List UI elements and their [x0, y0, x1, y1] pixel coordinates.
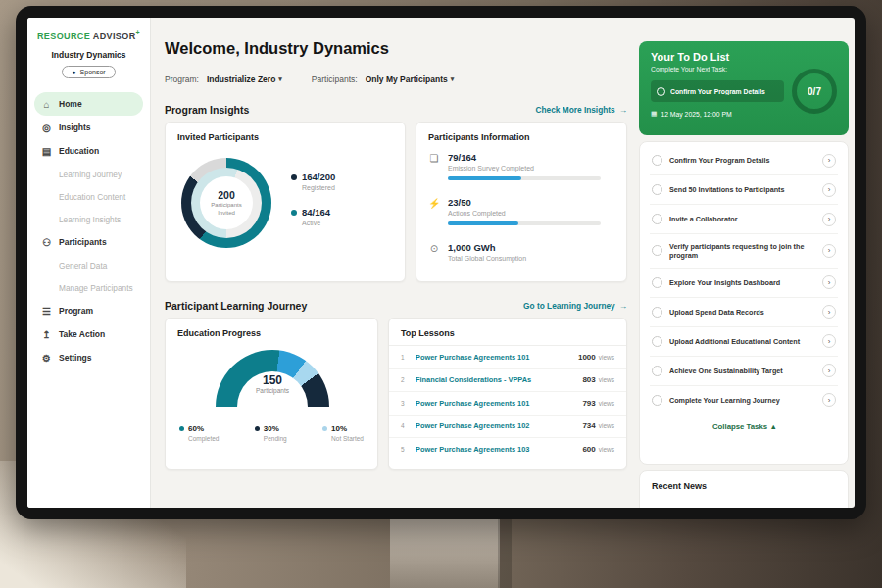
filters-bar: Program: Industrialize Zero ▾ Participan…: [165, 74, 454, 84]
lesson-views-count: 1000: [578, 353, 596, 362]
lesson-rank: 3: [401, 400, 409, 407]
dashboard-screen: RESOURCE ADVISOR+ Industry Dynamics ● Sp…: [27, 18, 855, 508]
lesson-views-count: 600: [582, 445, 595, 454]
task-row[interactable]: Send 50 Invitations to Participants ›: [650, 175, 838, 205]
task-row[interactable]: Explore Your Insights Dashboard ›: [650, 269, 838, 298]
monitor-bezel: RESOURCE ADVISOR+ Industry Dynamics ● Sp…: [16, 6, 866, 519]
sidebar-item-take-action[interactable]: ↥ Take Action: [27, 322, 150, 346]
sidebar-item-settings[interactable]: ⚙ Settings: [27, 346, 150, 369]
task-checkbox[interactable]: [652, 366, 662, 376]
lesson-link[interactable]: Power Purchase Agreements 103: [416, 445, 575, 454]
chevron-right-icon[interactable]: ›: [822, 334, 836, 348]
sidebar-item-label: Education: [59, 146, 99, 156]
task-checkbox[interactable]: [652, 155, 662, 166]
chevron-right-icon[interactable]: ›: [822, 305, 836, 318]
survey-icon: ❏: [428, 152, 440, 180]
chevron-right-icon[interactable]: ›: [822, 244, 836, 258]
education-icon: ▤: [41, 146, 52, 157]
participants-icon: ⚇: [41, 237, 52, 248]
next-task-chip[interactable]: Confirm Your Program Details: [651, 80, 784, 102]
lesson-views-count: 793: [582, 399, 595, 408]
task-row[interactable]: Confirm Your Program Details ›: [650, 146, 838, 175]
invited-participants-card: Invited Participants 200 Participants In…: [165, 122, 406, 282]
task-row[interactable]: Complete Your Learning Journey ›: [650, 386, 838, 415]
next-task-due: ▦ 12 May 2025, 12:00 PM: [651, 110, 732, 118]
lesson-rank: 2: [401, 376, 409, 383]
next-task-checkbox[interactable]: [657, 87, 665, 96]
task-row[interactable]: Upload Spend Data Records ›: [650, 298, 838, 327]
legend-dot-active: [291, 210, 297, 216]
learning-journey-header: Participant Learning Journey Go to Learn…: [165, 300, 627, 312]
education-progress-gauge-chart: 150 Participants: [216, 350, 329, 407]
lesson-link[interactable]: Power Purchase Agreements 102: [416, 421, 575, 430]
legend-completed-value: 60%: [188, 424, 204, 433]
check-more-insights-link[interactable]: Check More Insights →: [536, 105, 627, 115]
collapse-tasks-label: Collapse Tasks: [712, 422, 767, 431]
consumption-row: ⊙ 1,000 GWh Total Global Consumption: [428, 242, 614, 262]
task-row[interactable]: Invite a Collaborator ›: [650, 205, 838, 234]
sidebar-item-home[interactable]: ⌂ Home: [34, 92, 143, 116]
chevron-right-icon[interactable]: ›: [822, 393, 836, 407]
lesson-link[interactable]: Power Purchase Agreements 101: [416, 399, 575, 408]
top-lessons-title: Top Lessons: [389, 318, 626, 346]
task-checkbox[interactable]: [652, 395, 662, 406]
task-label: Verify participants requesting to join t…: [669, 242, 815, 261]
legend-completed: 60% Completed: [179, 424, 219, 442]
take-action-icon: ↥: [41, 329, 52, 340]
task-label: Upload Additional Educational Content: [669, 337, 815, 346]
task-label: Send 50 Invitations to Participants: [669, 185, 815, 194]
lesson-link[interactable]: Financial Considerations - VPPAs: [416, 375, 575, 384]
task-checkbox[interactable]: [652, 184, 662, 195]
participants-information-title: Participants Information: [416, 122, 626, 142]
task-checkbox[interactable]: [652, 214, 662, 224]
lesson-views-count: 734: [582, 421, 595, 430]
sidebar-item-education[interactable]: ▤ Education: [27, 139, 150, 163]
program-filter-dropdown[interactable]: Industrialize Zero ▾: [207, 74, 282, 84]
task-checkbox[interactable]: [652, 245, 662, 256]
sponsor-badge-label: Sponsor: [80, 69, 106, 75]
lesson-row: 2 Financial Considerations - VPPAs 803vi…: [389, 369, 626, 393]
chevron-right-icon[interactable]: ›: [822, 154, 836, 168]
task-checkbox[interactable]: [652, 277, 662, 288]
legend-pending: 30% Pending: [255, 424, 287, 442]
chevron-right-icon[interactable]: ›: [822, 183, 836, 197]
sidebar-item-program[interactable]: ☰ Program: [27, 299, 150, 322]
participants-information-card: Participants Information ❏ 79/164 Emissi…: [416, 122, 627, 282]
task-row[interactable]: Verify participants requesting to join t…: [650, 234, 838, 269]
sidebar-item-manage-participants[interactable]: Manage Participants: [27, 276, 150, 299]
donut-center-label: Participants Invited: [205, 202, 248, 217]
chevron-right-icon[interactable]: ›: [822, 275, 836, 289]
collapse-tasks-link[interactable]: Collapse Tasks ▴: [650, 415, 838, 435]
sponsor-badge[interactable]: ● Sponsor: [62, 66, 115, 78]
program-insights-header: Program Insights Check More Insights →: [165, 104, 627, 116]
sidebar-item-learning-journey[interactable]: Learning Journey: [27, 163, 150, 185]
legend-not-started-value: 10%: [331, 424, 347, 433]
task-row[interactable]: Upload Additional Educational Content ›: [650, 327, 838, 357]
sponsor-icon: ●: [72, 69, 75, 75]
sidebar-item-education-content[interactable]: Education Content: [27, 185, 150, 208]
sidebar-item-general-data[interactable]: General Data: [27, 254, 150, 276]
go-to-learning-journey-link[interactable]: Go to Learning Journey →: [523, 301, 627, 311]
task-checkbox[interactable]: [652, 336, 662, 347]
chevron-right-icon[interactable]: ›: [822, 364, 836, 377]
task-checkbox[interactable]: [652, 307, 662, 318]
consumption-label: Total Global Consumption: [448, 255, 526, 262]
donut-center-value: 200: [218, 189, 235, 201]
task-row[interactable]: Achieve One Sustainability Target ›: [650, 357, 838, 386]
legend-active: 84/164 Active: [291, 207, 335, 226]
lesson-link[interactable]: Power Purchase Agreements 101: [416, 353, 571, 362]
home-icon: ⌂: [41, 99, 52, 110]
participants-filter-dropdown[interactable]: Only My Participants ▾: [366, 74, 455, 84]
program-insights-title: Program Insights: [165, 104, 249, 116]
actions-completed-value: 23/50: [448, 197, 601, 208]
lesson-row: 3 Power Purchase Agreements 101 793views: [389, 392, 626, 416]
sidebar-item-label: Participants: [59, 237, 107, 247]
go-to-learning-journey-label: Go to Learning Journey: [523, 301, 615, 311]
sidebar-item-label: Home: [59, 99, 82, 109]
sidebar-item-insights[interactable]: ◎ Insights: [27, 116, 150, 139]
sidebar-item-participants[interactable]: ⚇ Participants: [27, 230, 150, 254]
sidebar-item-learning-insights[interactable]: Learning Insights: [27, 208, 150, 230]
consumption-icon: ⊙: [428, 242, 440, 262]
chevron-right-icon[interactable]: ›: [822, 213, 836, 226]
arrow-right-icon: →: [619, 301, 627, 311]
